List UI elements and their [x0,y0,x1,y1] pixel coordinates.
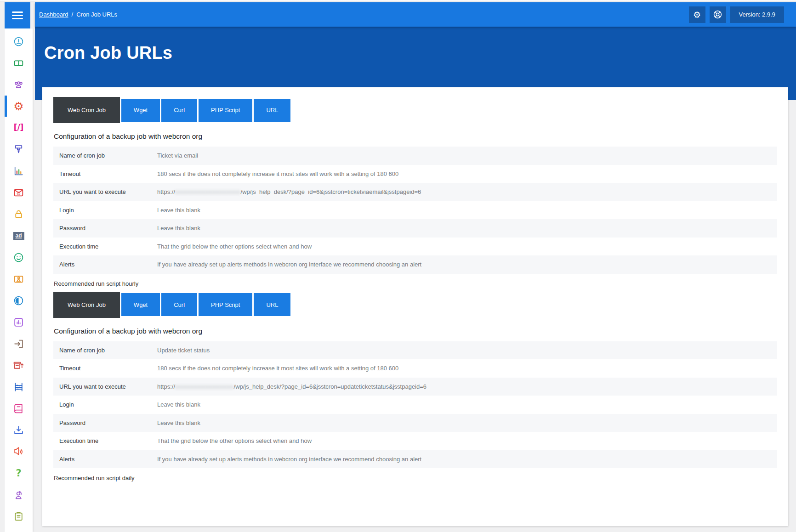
sidebar-item-dashboard[interactable] [5,34,33,49]
statistics-box-icon [13,317,24,328]
sidebar-item-email-templates[interactable]: @ [5,185,33,200]
sidebar-item-shortcodes[interactable]: [/] [5,120,33,135]
section-heading: Configuration of a backup job with webcr… [54,132,777,141]
sidebar-item-export-box[interactable] [5,358,33,373]
email-templates-icon: @ [13,187,24,198]
hamburger-menu-button[interactable] [5,2,30,28]
row-label: Timeout [53,170,157,177]
table-row: LoginLeave this blank [53,201,777,220]
table-row: URL you want to executehttps://xxxxxxxxx… [53,378,777,396]
sidebar-item-announcements[interactable] [5,444,33,459]
tab-php-script[interactable]: PHP Script [199,293,252,316]
staff-idcard-icon [13,273,24,285]
cron-section: Web Cron JobWgetCurlPHP ScriptURL Config… [53,292,777,482]
announcements-icon [13,446,24,458]
table-row: PasswordLeave this blank [53,414,777,432]
sidebar: ⚙[/] @ad? [5,2,33,532]
main-content: Dashboard / Cron Job URLs ⚙ Version: 2.9… [35,2,796,532]
tab-url[interactable]: URL [254,293,290,316]
tab-url[interactable]: URL [254,99,290,122]
settings-button[interactable]: ⚙ [689,6,705,23]
sidebar-item-support-agent[interactable] [5,487,33,502]
help-button[interactable] [710,6,726,23]
sidebar-item-exit[interactable] [5,336,33,351]
sidebar-item-reports-chart[interactable] [5,164,33,178]
row-value: 180 secs if the does not completely incr… [157,365,398,372]
table-row: AlertsIf you have already set up alerts … [53,450,777,469]
sidebar-item-download[interactable] [5,423,33,437]
contrast-icon [13,295,24,306]
table-row: AlertsIf you have already set up alerts … [53,255,777,274]
customize-brush-icon [13,144,24,155]
tab-wget[interactable]: Wget [121,99,160,122]
tab-wget[interactable]: Wget [121,293,160,316]
row-value: Ticket via email [157,152,198,159]
breadcrumb: Dashboard / Cron Job URLs [39,11,117,18]
tab-curl[interactable]: Curl [161,99,197,122]
tab-web-cron-job[interactable]: Web Cron Job [53,292,120,318]
table-row: Execution timeThat the grid below the ot… [53,432,777,450]
row-label: Execution time [53,437,157,444]
version-button[interactable]: Version: 2.9.9 [730,6,785,23]
row-value: Leave this blank [157,401,200,408]
permissions-lock-icon [13,209,24,220]
sidebar-item-satisfaction-smiley[interactable] [5,250,33,265]
section-footnote: Recommended run script hourly [54,280,777,287]
sidebar-item-permissions-lock[interactable] [5,207,33,221]
support-agent-icon [13,489,24,501]
ads-icon: ad [13,232,24,240]
row-value: If you have already set up alerts method… [157,261,421,268]
sidebar-item-faq-question[interactable]: ? [5,466,33,481]
sidebar-item-statistics-box[interactable] [5,315,33,329]
row-value: Update ticket status [157,347,210,354]
shortcodes-icon: [/] [14,124,24,132]
dashboard-icon [13,36,24,47]
topbar-actions: ⚙ Version: 2.9.9 [689,6,785,23]
gear-icon: ⚙ [693,10,701,20]
sidebar-item-users[interactable] [5,77,33,92]
help-lifering-icon [713,10,722,19]
breadcrumb-dashboard-link[interactable]: Dashboard [39,11,68,18]
row-label: URL you want to execute [53,188,157,195]
section-heading: Configuration of a backup job with webcr… [54,327,777,335]
redacted-domain: xxxxxxxxxxxxxxxxx [175,383,234,390]
page-title: Cron Job URLs [35,27,796,63]
tickets-icon [13,57,24,69]
sidebar-item-tickets[interactable] [5,56,33,70]
row-label: Password [53,419,157,426]
section-footnote: Recommended run script daily [54,475,777,481]
breadcrumb-separator: / [72,11,74,18]
row-value: https://xxxxxxxxxxxxxxxxx/wp/js_help_des… [157,383,426,390]
row-value: Leave this blank [157,225,200,232]
settings-icon: ⚙ [13,101,23,112]
sidebar-item-knowledgebase-book[interactable] [5,401,33,416]
row-value: That the grid below the other options se… [157,437,312,444]
row-label: Login [53,401,157,408]
breadcrumb-current: Cron Job URLs [76,11,117,18]
row-label: Timeout [53,365,157,372]
tab-curl[interactable]: Curl [161,293,197,316]
table-row: URL you want to executehttps://xxxxxxxxx… [53,183,777,201]
sidebar-item-settings[interactable]: ⚙ [5,99,33,113]
row-label: Name of cron job [53,152,157,159]
cron-section: Web Cron JobWgetCurlPHP ScriptURL Config… [53,97,777,287]
tab-php-script[interactable]: PHP Script [199,99,252,122]
table-row: Name of cron jobTicket via email [53,147,777,165]
row-label: Alerts [53,456,157,463]
sidebar-item-ads[interactable]: ad [5,228,33,243]
sidebar-item-abacus[interactable] [5,379,33,394]
row-label: Name of cron job [53,347,157,354]
window-top-strip [0,0,796,2]
row-value: If you have already set up alerts method… [157,456,421,463]
table-row: Timeout180 secs if the does not complete… [53,359,777,378]
row-label: URL you want to execute [53,383,157,390]
sidebar-item-staff-idcard[interactable] [5,272,33,286]
table-row: Execution timeThat the grid below the ot… [53,238,777,256]
cron-table: Name of cron jobUpdate ticket statusTime… [53,341,777,469]
sidebar-item-customize-brush[interactable] [5,142,33,157]
reports-chart-icon [13,165,24,177]
row-value: That the grid below the other options se… [157,243,312,250]
tab-web-cron-job[interactable]: Web Cron Job [53,97,120,123]
sidebar-item-contrast[interactable] [5,293,33,308]
sidebar-item-tasks-clipboard[interactable] [5,509,33,524]
